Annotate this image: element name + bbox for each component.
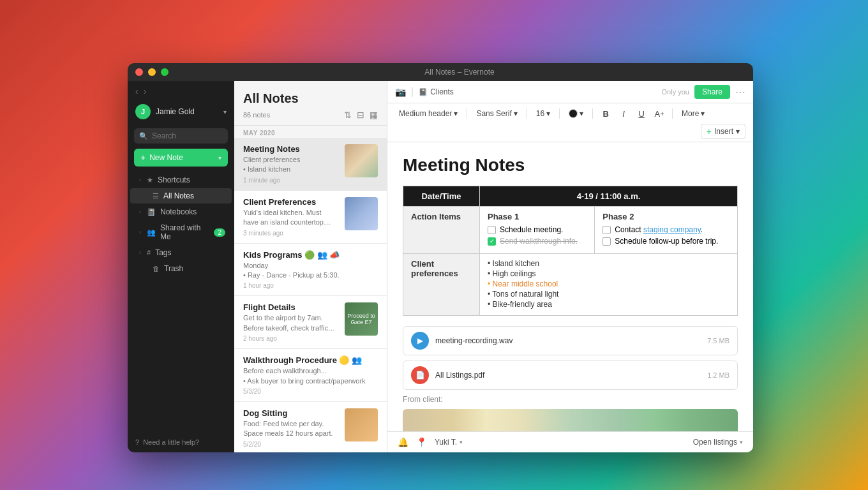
checkbox-contact-staging[interactable] <box>602 226 611 234</box>
italic-button[interactable]: I <box>616 106 631 121</box>
tags-label: Tags <box>155 248 171 257</box>
user-selector[interactable]: Yuki T. ▾ <box>435 438 463 447</box>
note-item-dog-sitting[interactable]: Dog Sitting Food: Feed twice per day. Sp… <box>234 402 387 452</box>
open-listings-button[interactable]: Open listings ▾ <box>693 438 743 447</box>
user-caret-icon: ▾ <box>460 439 463 445</box>
new-note-label: New Note <box>149 153 214 162</box>
back-button[interactable]: ‹ <box>135 86 138 96</box>
meeting-table: Date/Time 4-19 / 11:00 a.m. Action Items… <box>403 186 738 316</box>
search-box[interactable]: 🔍 <box>134 128 228 144</box>
view-toggle-button[interactable]: ▦ <box>370 110 378 120</box>
insert-button[interactable]: + Insert ▾ <box>701 124 745 139</box>
note-thumbnail <box>345 144 378 177</box>
trash-label: Trash <box>164 264 183 273</box>
sidebar-item-trash[interactable]: 🗑 Trash <box>130 261 232 276</box>
camera-icon[interactable]: 📷 <box>395 87 406 97</box>
user-dropdown-icon: ▾ <box>223 108 227 115</box>
note-title-heading: Meeting Notes <box>403 155 738 175</box>
notebook-name: Clients <box>430 87 454 96</box>
checkbox-schedule-meeting[interactable] <box>488 226 496 234</box>
forward-button[interactable]: › <box>144 86 147 96</box>
client-prefs-cell: Island kitchen High ceilings Near middle… <box>480 254 738 316</box>
help-icon: ? <box>135 438 139 446</box>
note-item-walkthrough[interactable]: Walkthrough Procedure 🟡 👥 Before each wa… <box>234 349 387 402</box>
share-button[interactable]: Share <box>694 85 730 99</box>
more-options-button[interactable]: ⋯ <box>735 86 745 98</box>
staging-link[interactable]: staging company <box>643 225 701 234</box>
sort-button[interactable]: ⇅ <box>344 110 352 120</box>
attachment-size: 1.2 MB <box>707 371 730 379</box>
font-selector[interactable]: Sans Serif ▾ <box>472 108 521 119</box>
open-listings-label: Open listings <box>693 438 737 447</box>
sidebar-item-tags[interactable]: › # Tags <box>130 245 232 260</box>
help-button[interactable]: ? Need a little help? <box>128 432 234 452</box>
notes-list: All Notes 86 notes ⇅ ⊟ ▦ MAY 2020 Meetin… <box>234 81 387 452</box>
sidebar-item-all-notes[interactable]: ☰ All Notes <box>130 188 232 204</box>
all-notes-icon: ☰ <box>153 192 159 200</box>
user-profile[interactable]: J Jamie Gold ▾ <box>128 101 234 126</box>
editor-content[interactable]: Meeting Notes Date/Time 4-19 / 11:00 a.m… <box>387 142 753 431</box>
sidebar-nav: ‹ › <box>128 81 234 101</box>
check-label: Schedule follow-up before trip. <box>615 237 718 246</box>
editor: 📷 | 📓 Clients Only you Share ⋯ Medium he… <box>387 81 753 452</box>
shared-icon: 👥 <box>147 228 156 237</box>
text-color-selector[interactable]: ▾ <box>565 108 587 119</box>
bold-button[interactable]: B <box>598 106 613 121</box>
checkbox-schedule-followup[interactable] <box>602 237 611 246</box>
sidebar-item-shortcuts[interactable]: › ★ Shortcuts <box>130 172 232 188</box>
maximize-button[interactable] <box>161 68 168 76</box>
sidebar-item-notebooks[interactable]: › 📓 Notebooks <box>130 204 232 219</box>
note-time: 1 minute ago <box>243 177 338 184</box>
table-header-value: 4-19 / 11:00 a.m. <box>480 186 738 207</box>
note-item-client-preferences[interactable]: Client Preferences Yuki's ideal kitchen.… <box>234 191 387 244</box>
pref-item-highlight: Near middle school <box>488 279 730 288</box>
shortcuts-label: Shortcuts <box>158 175 190 184</box>
tags-caret-icon: › <box>139 249 141 256</box>
filter-button[interactable]: ⊟ <box>357 110 364 120</box>
note-item-meeting-notes[interactable]: Meeting Notes Client preferences• Island… <box>234 138 387 191</box>
notebooks-caret-icon: › <box>139 209 141 215</box>
location-icon[interactable]: 📍 <box>416 437 427 447</box>
attachment-wav[interactable]: ▶ meeting-recording.wav 7.5 MB <box>403 326 738 355</box>
phase1-header: Phase 1 <box>488 212 587 221</box>
note-item-kids-programs[interactable]: Kids Programs 🟢 👥 📣 Monday• Ray - Dance … <box>234 244 387 297</box>
text-size-button[interactable]: A+ <box>652 106 667 121</box>
check-label: Contact staging company. <box>615 225 703 234</box>
phase2-cell: Phase 2 Contact staging company. Schedul… <box>595 207 738 254</box>
note-preview: Get to the airport by 7am. Before takeof… <box>243 313 338 333</box>
pref-item: Island kitchen <box>488 259 730 268</box>
minimize-button[interactable] <box>148 68 156 76</box>
attachment-name: All Listings.pdf <box>435 371 701 380</box>
note-thumbnail <box>345 408 378 442</box>
more-formatting-button[interactable]: More ▾ <box>678 108 708 119</box>
reminder-icon[interactable]: 🔔 <box>398 437 408 447</box>
check-label: Send walkthrough info. <box>500 237 578 246</box>
note-title: Meeting Notes <box>243 144 338 154</box>
checkbox-send-walkthrough[interactable]: ✓ <box>488 237 496 246</box>
close-button[interactable] <box>135 68 143 76</box>
new-note-button[interactable]: + New Note ▾ <box>134 149 228 167</box>
trash-icon: 🗑 <box>153 265 160 272</box>
shared-caret-icon: › <box>139 229 141 235</box>
attachment-pdf[interactable]: 📄 All Listings.pdf 1.2 MB <box>403 360 738 390</box>
sidebar-item-shared[interactable]: › 👥 Shared with Me 2 <box>130 220 232 244</box>
notebook-selector[interactable]: 📓 Clients <box>419 87 454 96</box>
note-time: 1 hour ago <box>243 282 378 289</box>
notes-date-group: MAY 2020 <box>234 126 387 138</box>
pref-item: High ceilings <box>488 269 730 278</box>
search-input[interactable] <box>152 131 223 140</box>
notes-toolbar: 86 notes ⇅ ⊟ ▦ <box>243 110 378 120</box>
note-title: Walkthrough Procedure 🟡 👥 <box>243 355 378 365</box>
more-caret-icon: ▾ <box>701 109 705 118</box>
toolbar-separator <box>559 108 560 119</box>
shared-badge: 2 <box>214 228 225 237</box>
check-item: Contact staging company. <box>602 225 730 234</box>
notebooks-label: Notebooks <box>160 207 197 216</box>
note-time: 5/2/20 <box>243 441 338 448</box>
all-notes-label: All Notes <box>163 191 194 200</box>
font-size-selector[interactable]: 16 ▾ <box>532 108 554 119</box>
shortcuts-icon: ★ <box>147 176 153 184</box>
underline-button[interactable]: U <box>634 106 649 121</box>
text-style-selector[interactable]: Medium header ▾ <box>395 108 461 119</box>
note-item-flight-details[interactable]: Flight Details Get to the airport by 7am… <box>234 296 387 349</box>
